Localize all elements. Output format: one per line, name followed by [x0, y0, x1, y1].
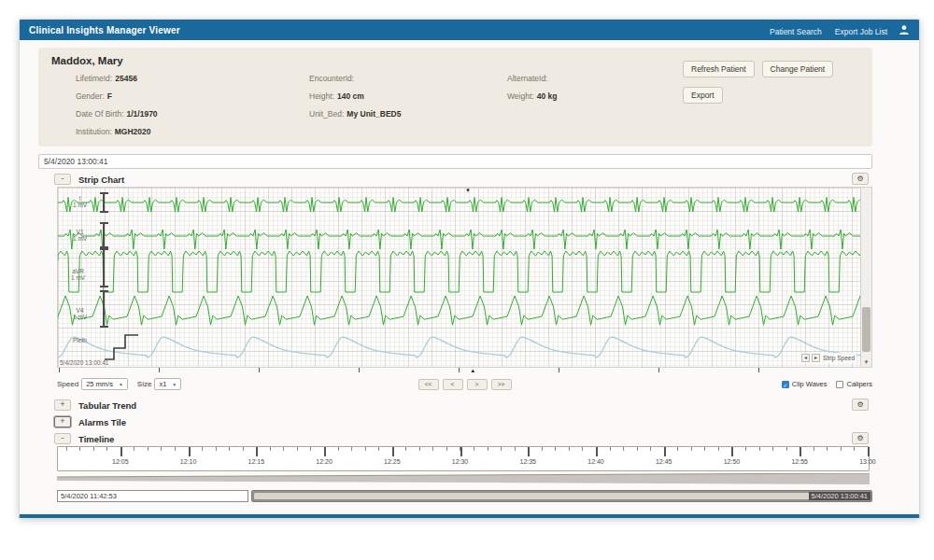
- timeline-minor-tick: [378, 447, 379, 451]
- strip-chart-controls: Speed 25 mm/s ▼ Size x1 ▼ <<<>>> ✓ Clip …: [57, 376, 872, 392]
- strip-chart-title: Strip Chart: [78, 175, 124, 185]
- tabular-trend-title: Tabular Trend: [78, 400, 136, 411]
- timeline-tick-label: 12:40: [587, 458, 604, 465]
- page-next-button[interactable]: >: [467, 379, 488, 390]
- clip-waves-checkbox[interactable]: ✓: [782, 381, 789, 388]
- strip-speed-right-arrow[interactable]: ►: [812, 354, 820, 362]
- timeline-minor-tick: [841, 447, 842, 451]
- strip-chart-gear-icon[interactable]: ⚙: [852, 173, 869, 185]
- timeline-collapse-button[interactable]: -: [54, 433, 71, 444]
- alarms-tile-header: + Alarms Tile: [54, 416, 872, 427]
- channel-scale: 1 mV: [73, 235, 87, 242]
- alarms-tile-expand-button[interactable]: +: [54, 416, 71, 427]
- timeline-minor-tick: [610, 447, 611, 451]
- calipers-checkbox[interactable]: [836, 381, 843, 388]
- timeline-minor-tick: [216, 447, 217, 451]
- timeline-minor-tick: [79, 447, 80, 451]
- strip-checkboxes: ✓ Clip Waves Calipers: [782, 380, 872, 388]
- timeline-minor-tick: [854, 447, 855, 451]
- strip-chart-ruler: ▲: [57, 368, 862, 375]
- patient-field-value: F: [107, 91, 112, 101]
- strip-chart-collapse-button[interactable]: -: [54, 174, 71, 185]
- timeline-minor-tick: [405, 447, 406, 451]
- chevron-down-icon: ▼: [172, 382, 177, 387]
- header-nav-link[interactable]: Export Job List: [835, 27, 887, 36]
- page-last-button[interactable]: >>: [491, 379, 512, 390]
- size-label: Size: [137, 380, 152, 388]
- page-prev-button[interactable]: <: [443, 379, 463, 390]
- export-button[interactable]: Export: [683, 87, 723, 104]
- patient-field-label: AlternateId:: [507, 74, 547, 83]
- channel-label-i: I1 mV: [73, 195, 87, 208]
- user-icon[interactable]: [899, 24, 910, 35]
- patient-actions: Refresh PatientChange PatientExport: [683, 59, 856, 111]
- timeline-minor-tick: [582, 447, 583, 451]
- timeline-minor-tick: [432, 447, 433, 451]
- strip-speed-left-arrow[interactable]: ◄: [801, 354, 810, 362]
- strip-chart-vertical-scrollbar[interactable]: ▼: [861, 187, 872, 368]
- ruler-tick: [259, 368, 260, 372]
- timeline-end-value: 5/4/2020 13:00:41: [809, 492, 870, 500]
- vertical-scrollbar-thumb[interactable]: [862, 307, 870, 352]
- timeline-major-tick: [256, 447, 258, 456]
- channel-label-v4: V41 mV: [73, 307, 87, 320]
- strip-speed-label: Strip Speed: [823, 355, 855, 361]
- waveform-v1: [58, 230, 861, 249]
- timeline-minor-tick: [474, 447, 474, 451]
- datetime-input[interactable]: 5/4/2020 13:00:41: [38, 154, 872, 169]
- timeline-gear-icon[interactable]: ⚙: [852, 432, 869, 444]
- page-first-button[interactable]: <<: [418, 379, 439, 390]
- patient-field: EncounterId:: [309, 74, 507, 83]
- ruler-tick: [159, 368, 160, 372]
- channel-name: Pleth: [73, 337, 87, 343]
- app-title: Clinical Insights Manager Viewer: [29, 25, 180, 35]
- timeline-tick-label: 12:05: [112, 458, 129, 465]
- speed-select[interactable]: 25 mm/s ▼: [81, 378, 128, 390]
- refresh-patient-button[interactable]: Refresh Patient: [683, 61, 755, 77]
- ruler-tick: [459, 368, 460, 372]
- timeline-tick-label: 12:25: [384, 458, 401, 465]
- alarms-tile-title: Alarms Tile: [78, 417, 126, 427]
- timeline-minor-tick: [515, 447, 516, 451]
- patient-field-label: Institution:: [76, 127, 112, 136]
- strip-chart-canvas[interactable]: ▼ 5/4/2020 13:00:41 ◄ ► Strip Speed I1 m…: [57, 187, 861, 368]
- timeline-scrollbar-thumb[interactable]: [253, 492, 870, 500]
- timeline-minor-tick: [623, 447, 624, 451]
- ruler-tick: [359, 368, 360, 372]
- size-select[interactable]: x1 ▼: [154, 378, 181, 390]
- timeline-major-tick: [324, 447, 326, 456]
- timeline-tick-label: 12:45: [656, 458, 672, 465]
- timeline-tick-label: 12:30: [452, 458, 469, 465]
- timeline-minor-tick: [365, 447, 366, 451]
- change-patient-button[interactable]: Change Patient: [762, 61, 834, 77]
- timeline-minor-tick: [297, 447, 298, 451]
- timeline-minor-tick: [310, 447, 311, 451]
- timeline-ruler[interactable]: 12:0512:1012:1512:2012:2512:3012:3512:40…: [57, 446, 870, 471]
- header-nav-link[interactable]: Patient Search: [770, 27, 822, 36]
- channel-name: I: [73, 195, 87, 202]
- timeline-start-input[interactable]: 5/4/2020 11:42:53: [57, 490, 248, 502]
- timeline-scrollbar-track[interactable]: 5/4/2020 13:00:41: [251, 490, 872, 502]
- patient-field: Institution:MGH2020: [76, 127, 309, 136]
- tabular-trend-gear-icon[interactable]: ⚙: [852, 399, 869, 411]
- scrollbar-down-arrow[interactable]: ▼: [861, 357, 871, 367]
- patient-field-value: MGH2020: [115, 127, 151, 136]
- patient-col-1: LifetimeId:25456Gender:FDate Of Birth:1/…: [76, 74, 309, 145]
- timeline-tick-label: 12:15: [248, 458, 265, 465]
- timeline-minor-tick: [351, 447, 352, 451]
- timeline-major-tick: [392, 447, 394, 456]
- timeline-minor-tick: [650, 447, 651, 451]
- timeline-major-tick: [596, 447, 598, 456]
- timeline-minor-tick: [419, 447, 420, 451]
- channel-label-pleth: Pleth: [73, 337, 87, 343]
- scale-bar-v4: [100, 290, 108, 328]
- timeline-minor-tick: [148, 447, 149, 451]
- strip-nav-buttons: <<<>>>: [417, 379, 514, 390]
- strip-speed-widget: ◄ ► Strip Speed: [800, 353, 856, 363]
- patient-field-label: Gender:: [76, 91, 105, 101]
- timeline-tick-label: 12:50: [724, 458, 741, 465]
- timeline-minor-tick: [542, 447, 543, 451]
- patient-field-value: My Unit_BED5: [347, 109, 401, 119]
- tabular-trend-expand-button[interactable]: +: [54, 399, 71, 411]
- timeline-minor-tick: [93, 447, 94, 451]
